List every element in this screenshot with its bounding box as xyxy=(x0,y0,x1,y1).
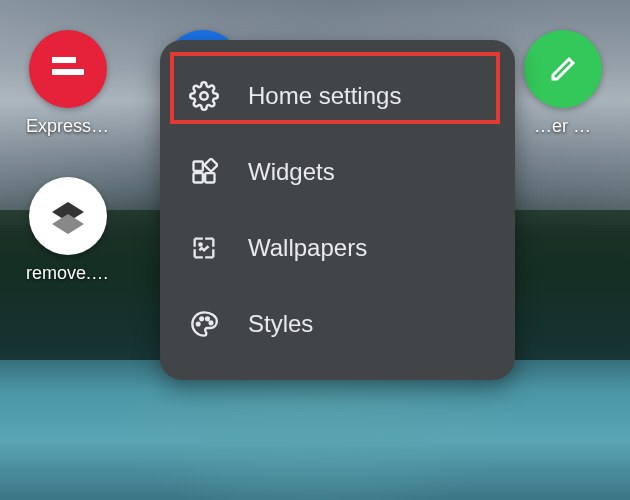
menu-item-styles[interactable]: Styles xyxy=(160,286,515,362)
palette-icon xyxy=(188,308,220,340)
svg-rect-2 xyxy=(194,173,203,182)
menu-item-wallpapers[interactable]: Wallpapers xyxy=(160,210,515,286)
svg-rect-1 xyxy=(194,162,203,171)
svg-point-0 xyxy=(200,92,208,100)
gear-icon xyxy=(188,80,220,112)
context-menu: Home settings Widgets Wallpapers Styles xyxy=(160,40,515,380)
express-icon xyxy=(29,30,107,108)
svg-rect-4 xyxy=(204,158,217,171)
svg-point-8 xyxy=(206,317,209,320)
app-green[interactable]: …er … xyxy=(515,30,610,137)
menu-item-label: Widgets xyxy=(248,158,335,186)
app-express[interactable]: Express… xyxy=(20,30,115,137)
svg-point-5 xyxy=(199,243,201,245)
menu-item-label: Wallpapers xyxy=(248,234,367,262)
widgets-icon xyxy=(188,156,220,188)
svg-point-7 xyxy=(200,317,203,320)
svg-rect-3 xyxy=(205,173,214,182)
app-label: …er … xyxy=(534,116,591,137)
app-remove[interactable]: remove.… xyxy=(20,177,115,284)
menu-item-widgets[interactable]: Widgets xyxy=(160,134,515,210)
app-label: remove.… xyxy=(26,263,109,284)
wallpaper-icon xyxy=(188,232,220,264)
svg-point-9 xyxy=(210,321,213,324)
pencil-icon xyxy=(524,30,602,108)
menu-item-label: Home settings xyxy=(248,82,401,110)
menu-item-home-settings[interactable]: Home settings xyxy=(160,58,515,134)
layers-icon xyxy=(29,177,107,255)
menu-item-label: Styles xyxy=(248,310,313,338)
svg-point-6 xyxy=(197,323,200,326)
app-label: Express… xyxy=(26,116,109,137)
